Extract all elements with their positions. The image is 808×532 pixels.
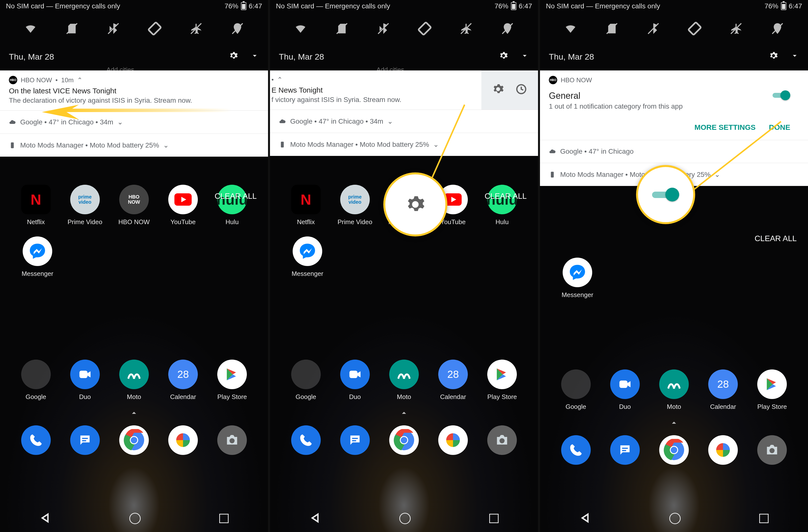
notification-moto[interactable]: Moto Mods Manager • Moto Mod battery 25%… <box>0 134 268 157</box>
app-dock[interactable] <box>210 425 254 455</box>
app-dock[interactable] <box>652 435 696 465</box>
bluetooth-off-icon[interactable] <box>646 21 661 36</box>
notification-google[interactable]: Google • 47° in Chicago • 34m ⌄ <box>0 111 268 134</box>
drawer-handle-icon[interactable] <box>669 418 679 428</box>
app-moto[interactable]: Moto <box>382 360 426 401</box>
shade-date: Thu, Mar 28 <box>549 52 594 61</box>
app-messenger[interactable]: Messenger <box>15 236 60 278</box>
app-prime video[interactable]: primevideo Prime Video <box>333 185 377 226</box>
app-dock[interactable] <box>554 435 598 465</box>
app-dock[interactable] <box>603 435 647 465</box>
app-duo[interactable]: Duo <box>603 369 647 410</box>
expand-icon[interactable] <box>250 51 259 62</box>
auto-rotate-icon[interactable] <box>147 21 162 36</box>
wifi-icon[interactable] <box>293 21 308 36</box>
notification-settings-icon[interactable] <box>492 83 504 97</box>
app-dock[interactable] <box>333 425 377 455</box>
channel-toggle[interactable] <box>773 90 790 100</box>
app-messenger[interactable]: Messenger <box>285 236 330 278</box>
snooze-icon[interactable] <box>515 83 527 97</box>
settings-icon[interactable] <box>499 51 508 62</box>
collapse-icon[interactable]: ⌃ <box>77 76 82 84</box>
airplane-off-icon[interactable] <box>189 21 203 36</box>
app-duo[interactable]: Duo <box>63 360 107 401</box>
app-hulu[interactable]: hulu Hulu <box>210 185 254 226</box>
notification-hbo[interactable]: HBO HBO NOW • 10m ⌃ On the latest VICE N… <box>0 70 268 111</box>
location-off-icon[interactable] <box>230 21 245 36</box>
app-dock[interactable] <box>701 435 745 465</box>
back-button[interactable] <box>580 512 591 525</box>
app-google[interactable]: Google <box>554 369 598 410</box>
app-hbo now[interactable]: HBONOW HBO NOW <box>112 185 156 226</box>
chevron-down-icon[interactable]: ⌄ <box>163 141 169 149</box>
app-moto[interactable]: Moto <box>112 360 156 401</box>
auto-rotate-icon[interactable] <box>687 21 702 36</box>
app-google[interactable]: Google <box>284 360 328 401</box>
drawer-handle-icon[interactable] <box>129 408 139 418</box>
notification-hbo-swiped[interactable]: •10m ⌃ E News Tonight f victory against … <box>270 70 538 110</box>
app-messenger[interactable]: Messenger <box>555 258 600 299</box>
home-button[interactable] <box>669 513 681 524</box>
sim-off-icon[interactable] <box>334 21 349 36</box>
clear-all-button[interactable]: CLEAR ALL <box>215 191 257 201</box>
location-off-icon[interactable] <box>500 21 515 36</box>
clock: 6:47 <box>789 2 802 10</box>
more-settings-button[interactable]: MORE SETTINGS <box>694 123 755 131</box>
settings-icon[interactable] <box>229 51 238 62</box>
app-dock[interactable] <box>382 425 426 455</box>
notification-google[interactable]: Google • 47° in Chicago <box>540 140 808 163</box>
sim-off-icon[interactable] <box>605 21 619 36</box>
app-netflix[interactable]: N Netflix <box>14 185 58 226</box>
app-dock[interactable] <box>284 425 328 455</box>
home-button[interactable] <box>399 513 411 524</box>
app-prime video[interactable]: primevideo Prime Video <box>63 185 107 226</box>
location-off-icon[interactable] <box>770 21 785 36</box>
bluetooth-off-icon[interactable] <box>376 21 391 36</box>
app-play store[interactable]: Play Store <box>210 360 254 401</box>
back-button[interactable] <box>39 512 51 525</box>
back-button[interactable] <box>309 512 321 525</box>
app-dock[interactable] <box>750 435 794 465</box>
airplane-off-icon[interactable] <box>729 21 743 36</box>
notification-google[interactable]: Google • 47° in Chicago • 34m ⌄ <box>270 110 538 133</box>
airplane-off-icon[interactable] <box>459 21 474 36</box>
svg-rect-21 <box>688 22 701 35</box>
phone-screenshot-2: No SIM card — Emergency calls only 76% 6… <box>270 0 538 532</box>
app-calendar[interactable]: 28 Calendar <box>701 369 745 410</box>
app-youtube[interactable]: YouTube <box>161 185 205 226</box>
app-google[interactable]: Google <box>14 360 58 401</box>
app-hulu[interactable]: hulu Hulu <box>480 185 524 226</box>
wifi-icon[interactable] <box>23 21 38 36</box>
settings-icon[interactable] <box>769 51 778 62</box>
app-dock[interactable] <box>112 425 156 455</box>
battery-pct: 76% <box>494 2 508 10</box>
app-duo[interactable]: Duo <box>333 360 377 401</box>
recents-button[interactable] <box>489 514 499 523</box>
app-dock[interactable] <box>14 425 58 455</box>
notification-moto[interactable]: Moto Mods Manager • Moto Mod battery 25%… <box>270 133 538 156</box>
drawer-handle-icon[interactable] <box>399 408 409 418</box>
app-dock[interactable] <box>63 425 107 455</box>
sim-off-icon[interactable] <box>65 21 79 36</box>
app-moto[interactable]: Moto <box>652 369 696 410</box>
auto-rotate-icon[interactable] <box>417 21 432 36</box>
app-dock[interactable] <box>161 425 205 455</box>
app-calendar[interactable]: 28 Calendar <box>431 360 475 401</box>
home-button[interactable] <box>129 513 141 524</box>
clear-all-button[interactable]: CLEAR ALL <box>755 234 797 243</box>
app-dock[interactable] <box>431 425 475 455</box>
recents-button[interactable] <box>219 514 228 523</box>
channel-heading: General <box>549 91 799 101</box>
expand-icon[interactable] <box>790 51 799 62</box>
bluetooth-off-icon[interactable] <box>106 21 121 36</box>
app-netflix[interactable]: N Netflix <box>284 185 328 226</box>
chevron-down-icon[interactable]: ⌄ <box>117 118 123 126</box>
wifi-icon[interactable] <box>563 21 578 36</box>
app-calendar[interactable]: 28 Calendar <box>161 360 205 401</box>
clear-all-button[interactable]: CLEAR ALL <box>484 191 527 201</box>
expand-icon[interactable] <box>520 51 529 62</box>
recents-button[interactable] <box>759 514 769 523</box>
app-dock[interactable] <box>480 425 524 455</box>
app-play store[interactable]: Play Store <box>480 360 524 401</box>
app-play store[interactable]: Play Store <box>750 369 794 410</box>
